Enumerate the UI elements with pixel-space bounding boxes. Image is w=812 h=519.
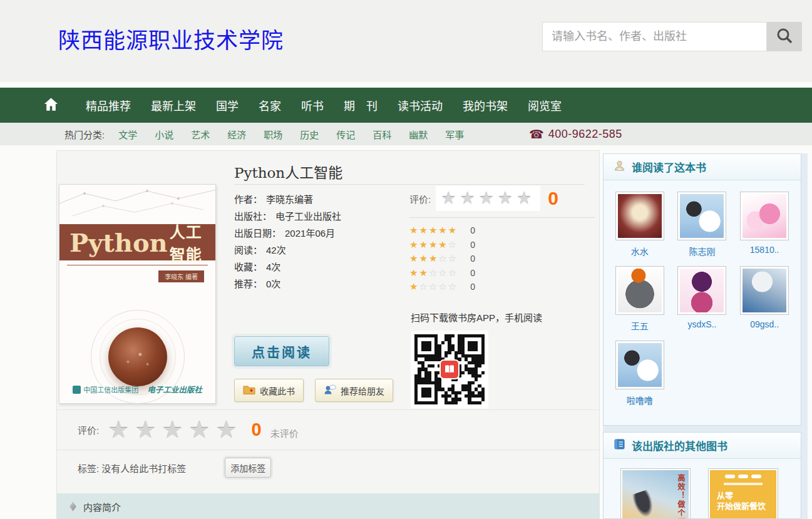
avatar[interactable] [615,341,664,389]
category-career[interactable]: 职场 [264,128,282,141]
two-star-icon: ★★☆☆☆ [409,267,458,279]
read-button[interactable]: 点击阅读 [234,336,329,366]
nav-item-journals[interactable]: 期 刊 [344,97,378,113]
book-cover[interactable]: Python 人工智能 李晓东 编著 中国工信出版集团 电子工业出版社 [59,184,216,404]
reader-name[interactable]: 水水 [615,245,664,257]
publisher-book-title: 从零 [710,490,776,501]
category-military[interactable]: 军事 [445,128,464,141]
reader-item[interactable]: 15810.. [740,192,789,257]
reader-item[interactable]: 水水 [615,192,664,257]
nav-item-audiobooks[interactable]: 听书 [301,97,324,113]
reader-item[interactable]: 陈志刚 [677,192,726,257]
rating-breakdown-row-5: ★★★★★ 0 [409,224,595,238]
category-biography[interactable]: 传记 [336,128,355,141]
collect-button[interactable]: 收藏此书 [234,379,304,402]
title-divider [234,184,585,185]
field-collections: 收藏：4次 [234,260,341,274]
diamond-icon [69,502,76,511]
publisher-book-cover[interactable]: 高效！做个聪明.. [620,468,691,519]
reader-item[interactable]: 啦噜噜 [615,341,664,406]
page-header: 陕西能源职业技术学院 [0,0,812,82]
home-icon [43,96,59,115]
home-button[interactable] [43,96,59,115]
field-author: 作者：李晓东编著 [234,192,341,207]
recommend-button[interactable]: 推荐给朋友 [315,379,393,402]
avatar[interactable] [677,266,726,315]
category-economy[interactable]: 经济 [227,128,246,141]
rating-divider [409,217,595,218]
search-button[interactable] [767,22,802,51]
collect-button-label: 收藏此书 [260,384,295,397]
reader-name[interactable]: 啦噜噜 [615,394,664,406]
star-rating-icon: ★★★★★ [436,186,540,211]
cover-figure-decoration [630,489,659,519]
reader-name[interactable]: ysdxS.. [677,319,726,329]
qr-logo-icon [439,359,460,379]
five-star-icon: ★★★★★ [409,225,458,236]
cover-author-strip: 李晓东 编著 [158,270,204,282]
reader-name[interactable]: 09gsd.. [740,319,789,329]
category-art[interactable]: 艺术 [191,128,210,141]
field-publisher: 出版社：电子工业出版社 [234,209,341,224]
review-star-rating[interactable]: ★★★★★ [108,416,242,444]
publisher-books-header: 该出版社的其他图书 [604,433,801,459]
cover-subline-decoration [724,483,763,485]
page-title: Python人工智能 [234,161,342,182]
cover-title-en: Python [69,228,168,257]
reader-item[interactable]: 王五 [615,266,664,332]
rating-count: 0 [470,240,475,250]
recommend-button-label: 推荐给朋友 [341,384,384,397]
nav-item-guoxue[interactable]: 国学 [216,97,239,113]
one-star-icon: ★☆☆☆☆ [409,281,458,292]
nav-item-featured[interactable]: 精品推荐 [86,97,131,113]
category-literature[interactable]: 文学 [118,128,137,141]
avatar[interactable] [740,192,789,240]
add-tag-button[interactable]: 添加标签 [225,458,271,478]
reader-item[interactable]: 09gsd.. [740,266,789,332]
rating-count: 0 [470,225,475,235]
rating-label: 评价: [409,192,431,205]
category-novel[interactable]: 小说 [155,128,173,141]
publisher-books-title: 该出版社的其他图书 [632,438,727,453]
search-input[interactable] [542,22,767,51]
field-reads: 阅读：42次 [234,243,341,257]
avatar[interactable] [615,192,664,240]
publisher-book-cover[interactable]: 从零 开始做新餐饮 [708,468,778,519]
readers-grid: 水水 陈志刚 15810.. 王五 ysdxS.. 09gsd.. [604,180,801,406]
hotline-number: 400-9622-585 [548,128,622,141]
nav-item-readingroom[interactable]: 阅览室 [528,97,562,113]
nav-item-new[interactable]: 最新上架 [151,97,196,113]
rating-count: 0 [470,282,475,292]
rating-breakdown-row-3: ★★★☆☆ 0 [409,252,595,266]
reader-name[interactable]: 陈志刚 [677,245,726,257]
readers-panel-header: 谁阅读了这本书 [604,154,801,180]
rating-summary: 评价: ★★★★★ 0 ★★★★★ 0 ★★★★☆ 0 ★★★☆☆ 0 ★★☆☆… [409,186,595,294]
reader-name[interactable]: 王五 [615,319,664,332]
phone-icon: ☎ [529,127,544,141]
category-encyclopedia[interactable]: 百科 [373,128,391,141]
nav-item-bookshelf[interactable]: 我的书架 [463,97,508,113]
reader-name[interactable]: 15810.. [740,245,789,255]
book-detail-panel: Python人工智能 Python 人工智能 李晓东 编著 中国工信出版集团 电… [56,150,600,519]
avatar[interactable] [615,266,664,315]
category-humor[interactable]: 幽默 [409,128,428,141]
nav-item-masters[interactable]: 名家 [259,97,281,113]
search-icon [776,27,793,46]
avatar[interactable] [740,266,789,315]
review-score: 0 [252,419,262,440]
category-label: 热门分类: [64,128,105,141]
qr-code [411,331,488,408]
hotline: ☎ 400-9622-585 [529,123,622,145]
reader-item[interactable]: ysdxS.. [677,266,726,332]
nav-item-activities[interactable]: 读书活动 [398,97,443,113]
avatar[interactable] [677,192,726,240]
person-bubble-icon [324,384,336,397]
rating-count: 0 [470,268,475,278]
cover-title-cn: 人工智能 [170,220,215,265]
category-bar: 热门分类: 文学 小说 艺术 经济 职场 历史 传记 百科 幽默 军事 ☎ 40… [0,123,812,145]
review-label: 评价: [78,423,99,436]
field-pubdate: 出版日期：2021年06月 [234,226,341,240]
search-bar [542,22,802,51]
category-history[interactable]: 历史 [300,128,319,141]
book-metadata: 作者：李晓东编著 出版社：电子工业出版社 出版日期：2021年06月 阅读：42… [234,192,341,294]
